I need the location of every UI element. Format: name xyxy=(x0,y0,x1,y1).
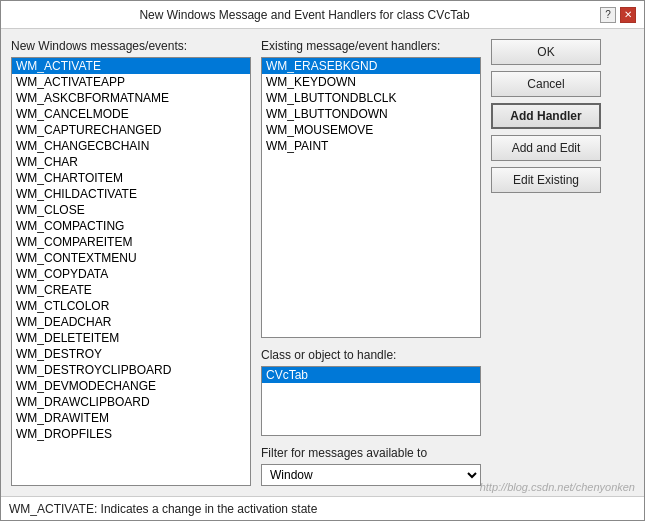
status-text: WM_ACTIVATE: Indicates a change in the a… xyxy=(9,502,317,516)
edit-existing-button[interactable]: Edit Existing xyxy=(491,167,601,193)
list-item[interactable]: WM_DRAWCLIPBOARD xyxy=(12,394,250,410)
left-panel: New Windows messages/events: WM_ACTIVATE… xyxy=(11,39,251,486)
list-item[interactable]: WM_KEYDOWN xyxy=(262,74,480,90)
dialog-content: New Windows messages/events: WM_ACTIVATE… xyxy=(1,29,644,496)
filter-section: Filter for messages available to Window xyxy=(261,446,481,486)
list-item[interactable]: WM_DEADCHAR xyxy=(12,314,250,330)
list-item[interactable]: WM_DRAWITEM xyxy=(12,410,250,426)
list-item[interactable]: CVcTab xyxy=(262,367,480,383)
list-item[interactable]: WM_ERASEBKGND xyxy=(262,58,480,74)
close-button[interactable]: ✕ xyxy=(620,7,636,23)
list-item[interactable]: WM_MOUSEMOVE xyxy=(262,122,480,138)
title-bar-controls: ? ✕ xyxy=(600,7,636,23)
middle-panel: Existing message/event handlers: WM_ERAS… xyxy=(261,39,481,486)
list-item[interactable]: WM_CHANGECBCHAIN xyxy=(12,138,250,154)
list-item[interactable]: WM_ASKCBFORMATNAME xyxy=(12,90,250,106)
add-handler-button[interactable]: Add Handler xyxy=(491,103,601,129)
list-item[interactable]: WM_CAPTURECHANGED xyxy=(12,122,250,138)
list-item[interactable]: WM_DROPFILES xyxy=(12,426,250,442)
new-messages-listbox[interactable]: WM_ACTIVATEWM_ACTIVATEAPPWM_ASKCBFORMATN… xyxy=(11,57,251,486)
status-bar: WM_ACTIVATE: Indicates a change in the a… xyxy=(1,496,644,520)
ok-button[interactable]: OK xyxy=(491,39,601,65)
list-item[interactable]: WM_LBUTTONDBLCLK xyxy=(262,90,480,106)
list-item[interactable]: WM_DELETEITEM xyxy=(12,330,250,346)
list-item[interactable]: WM_ACTIVATE xyxy=(12,58,250,74)
class-label: Class or object to handle: xyxy=(261,348,481,362)
right-panel: OK Cancel Add Handler Add and Edit Edit … xyxy=(491,39,601,486)
list-item[interactable]: WM_DESTROY xyxy=(12,346,250,362)
list-item[interactable]: WM_CREATE xyxy=(12,282,250,298)
list-item[interactable]: WM_CHILDACTIVATE xyxy=(12,186,250,202)
dialog-window: New Windows Message and Event Handlers f… xyxy=(0,0,645,521)
title-bar-text: New Windows Message and Event Handlers f… xyxy=(9,8,600,22)
class-listbox[interactable]: CVcTab xyxy=(261,366,481,436)
list-item[interactable]: WM_COMPACTING xyxy=(12,218,250,234)
list-item[interactable]: WM_COMPAREITEM xyxy=(12,234,250,250)
list-item[interactable]: WM_CLOSE xyxy=(12,202,250,218)
list-item[interactable]: WM_DESTROYCLIPBOARD xyxy=(12,362,250,378)
cancel-button[interactable]: Cancel xyxy=(491,71,601,97)
list-item[interactable]: WM_CONTEXTMENU xyxy=(12,250,250,266)
list-item[interactable]: WM_CHARTOITEM xyxy=(12,170,250,186)
title-bar: New Windows Message and Event Handlers f… xyxy=(1,1,644,29)
help-button[interactable]: ? xyxy=(600,7,616,23)
list-item[interactable]: WM_CTLCOLOR xyxy=(12,298,250,314)
list-item[interactable]: WM_PAINT xyxy=(262,138,480,154)
add-and-edit-button[interactable]: Add and Edit xyxy=(491,135,601,161)
list-item[interactable]: WM_ACTIVATEAPP xyxy=(12,74,250,90)
left-panel-label: New Windows messages/events: xyxy=(11,39,251,53)
list-item[interactable]: WM_DEVMODECHANGE xyxy=(12,378,250,394)
watermark: http://blog.csdn.net/chenyonken xyxy=(480,481,635,493)
existing-handlers-label: Existing message/event handlers: xyxy=(261,39,481,53)
filter-label: Filter for messages available to xyxy=(261,446,481,460)
list-item[interactable]: WM_COPYDATA xyxy=(12,266,250,282)
list-item[interactable]: WM_CANCELMODE xyxy=(12,106,250,122)
list-item[interactable]: WM_LBUTTONDOWN xyxy=(262,106,480,122)
class-section: Class or object to handle: CVcTab xyxy=(261,348,481,436)
filter-select[interactable]: Window xyxy=(261,464,481,486)
existing-handlers-listbox[interactable]: WM_ERASEBKGNDWM_KEYDOWNWM_LBUTTONDBLCLKW… xyxy=(261,57,481,338)
list-item[interactable]: WM_CHAR xyxy=(12,154,250,170)
